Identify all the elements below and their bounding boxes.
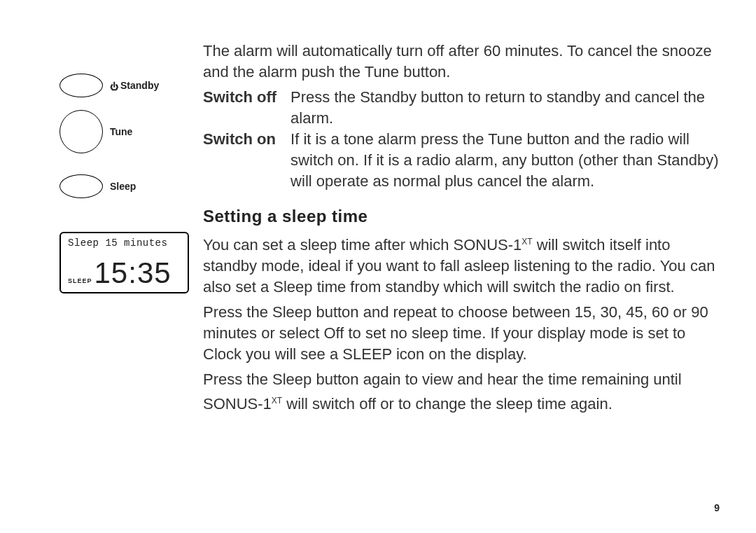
- sleep-label-text: Sleep: [110, 181, 136, 192]
- lcd-display-figure: Sleep 15 minutes SLEEP 15:35: [59, 232, 200, 293]
- switch-on-desc: If it is a tone alarm press the Tune but…: [290, 129, 721, 192]
- power-icon: ⏻: [110, 82, 118, 92]
- standby-label-text: Standby: [120, 80, 159, 91]
- sleep-button-figure: Sleep: [59, 174, 200, 198]
- intro-paragraph: The alarm will automatically turn off af…: [203, 41, 721, 83]
- sleep-paragraph-1: You can set a sleep time after which SON…: [203, 231, 721, 298]
- tune-button-icon: [59, 110, 103, 153]
- figure-column: ⏻Standby Tune Sleep Sleep 15 minutes SLE…: [59, 74, 200, 293]
- standby-button-figure: ⏻Standby: [59, 74, 200, 97]
- switch-off-term: Switch off: [203, 87, 290, 129]
- sleep-paragraph-3: Press the Sleep button again to view and…: [203, 369, 721, 415]
- lcd-sleep-tag: SLEEP: [68, 277, 92, 284]
- main-content: The alarm will automatically turn off af…: [203, 41, 721, 420]
- switch-off-row: Switch off Press the Standby button to r…: [203, 87, 721, 129]
- page-number: 9: [714, 502, 720, 513]
- lcd-line-1: Sleep 15 minutes: [68, 237, 181, 249]
- tune-label-text: Tune: [110, 126, 132, 137]
- switch-on-term: Switch on: [203, 129, 290, 192]
- lcd-clock-time: 15:35: [94, 258, 172, 288]
- sleep-button-icon: [59, 174, 103, 198]
- switch-definitions: Switch off Press the Standby button to r…: [203, 87, 721, 192]
- lcd-clock-row: SLEEP 15:35: [68, 258, 181, 288]
- standby-button-icon: [59, 74, 103, 97]
- manual-page: ⏻Standby Tune Sleep Sleep 15 minutes SLE…: [0, 0, 756, 533]
- switch-off-desc: Press the Standby button to return to st…: [290, 87, 721, 129]
- section-heading: Setting a sleep time: [203, 206, 721, 227]
- lcd-screen: Sleep 15 minutes SLEEP 15:35: [59, 232, 189, 293]
- tune-button-figure: Tune: [59, 110, 200, 153]
- standby-button-label: ⏻Standby: [110, 80, 159, 91]
- switch-on-row: Switch on If it is a tone alarm press th…: [203, 129, 721, 192]
- sleep-paragraph-2: Press the Sleep button and repeat to cho…: [203, 302, 721, 365]
